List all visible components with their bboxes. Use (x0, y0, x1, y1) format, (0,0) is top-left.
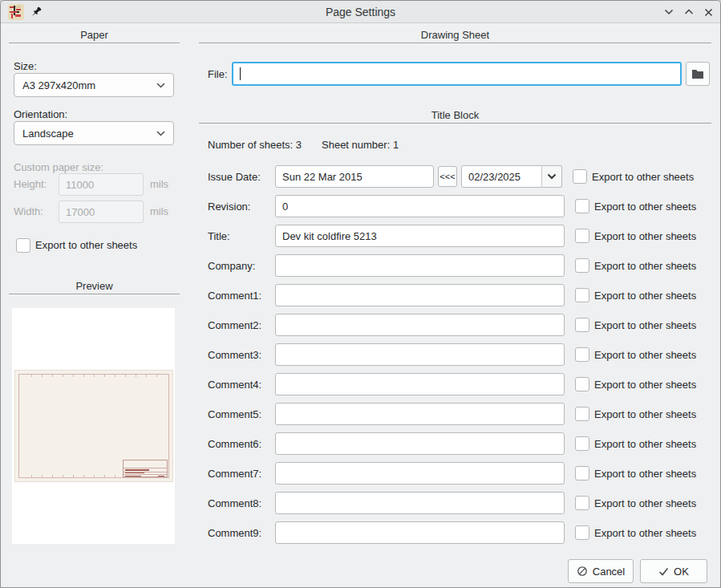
export-checkbox[interactable] (575, 496, 589, 510)
row-label: Comment6: (208, 438, 275, 450)
row-input[interactable] (275, 403, 565, 425)
row-label: Comment4: (208, 379, 275, 391)
paper-export-checkbox[interactable] (16, 238, 30, 253)
export-checkbox[interactable] (575, 199, 589, 213)
export-checkbox[interactable] (575, 229, 589, 243)
row-input[interactable] (275, 225, 565, 247)
row-label: Comment9: (208, 527, 275, 539)
title-block-row: Comment8: Export to other sheets (199, 492, 712, 514)
size-label: Size: (14, 60, 37, 73)
export-label: Export to other sheets (594, 527, 696, 539)
title-block-row: Comment3: Export to other sheets (199, 343, 712, 366)
chevron-down-icon (664, 9, 674, 15)
file-label: File: (208, 68, 228, 81)
row-label: Revision: (208, 201, 275, 213)
cancel-button[interactable]: Cancel (568, 559, 634, 583)
minimize-button[interactable] (662, 6, 676, 18)
preview-sheet-ticks (22, 375, 166, 377)
export-checkbox[interactable] (573, 169, 587, 184)
row-input[interactable] (275, 343, 565, 366)
export-label: Export to other sheets (594, 438, 696, 450)
row-input[interactable] (275, 254, 565, 277)
size-select-value: A3 297x420mm (22, 79, 156, 91)
row-input[interactable] (275, 432, 565, 455)
export-checkbox[interactable] (575, 466, 589, 481)
row-input[interactable] (275, 462, 565, 485)
export-label: Export to other sheets (594, 468, 696, 480)
text-cursor (240, 67, 241, 80)
row-input[interactable] (275, 521, 565, 544)
export-checkbox[interactable] (575, 377, 589, 391)
row-label: Comment2: (208, 319, 275, 331)
export-checkbox[interactable] (575, 318, 589, 332)
date-picker-dropdown-button[interactable] (541, 165, 562, 188)
cancel-icon (577, 566, 588, 577)
browse-button[interactable] (686, 62, 710, 86)
orientation-select-value: Landscape (22, 128, 156, 140)
export-checkbox[interactable] (575, 407, 589, 421)
row-input[interactable] (275, 492, 565, 514)
export-label: Export to other sheets (592, 171, 694, 183)
row-label: Comment3: (208, 349, 275, 361)
title-block-row: Comment6: Export to other sheets (199, 432, 712, 455)
title-block-row: Comment9: Export to other sheets (199, 521, 712, 544)
check-icon (658, 567, 669, 576)
row-input[interactable] (275, 373, 565, 395)
close-button[interactable] (701, 6, 715, 18)
export-checkbox[interactable] (575, 258, 589, 273)
preview-title-block (123, 460, 168, 477)
row-label: Comment1: (208, 290, 275, 302)
title-block-row: Comment7: Export to other sheets (199, 462, 712, 485)
chevron-down-icon (156, 131, 165, 136)
title-block-row: Company: Export to other sheets (199, 254, 712, 277)
export-checkbox[interactable] (575, 288, 589, 302)
row-input[interactable] (275, 195, 565, 217)
export-label: Export to other sheets (594, 260, 696, 272)
date-picker-input[interactable] (461, 165, 544, 188)
title-block-row: Revision: Export to other sheets (199, 195, 712, 217)
export-label: Export to other sheets (594, 201, 696, 213)
width-input[interactable] (59, 201, 144, 223)
export-label: Export to other sheets (594, 349, 696, 361)
file-input[interactable] (232, 62, 682, 86)
row-label: Comment7: (208, 468, 275, 480)
row-input[interactable] (275, 284, 565, 306)
orientation-select[interactable]: Landscape (14, 121, 174, 145)
folder-icon (691, 68, 704, 79)
chevron-down-icon (547, 173, 557, 180)
issue-date-input[interactable] (275, 165, 434, 188)
issue-date-row: Issue Date: <<< Export to other sheets (199, 165, 712, 188)
preview-canvas (12, 308, 175, 544)
custom-paper-size-label: Custom paper size: (14, 161, 103, 174)
preview-section-header: Preview (7, 280, 181, 292)
page-settings-dialog: Page Settings Paper Size: A3 297x420mm O… (0, 0, 721, 588)
maximize-button[interactable] (682, 6, 696, 18)
paper-section-header: Paper (7, 29, 181, 41)
title-block-row: Comment4: Export to other sheets (199, 373, 712, 395)
row-input[interactable] (275, 314, 565, 336)
size-select[interactable]: A3 297x420mm (14, 73, 174, 97)
title-block-row: Comment5: Export to other sheets (199, 403, 712, 425)
row-label: Comment5: (208, 408, 275, 420)
sheet-number-text: Sheet number: 1 (322, 139, 399, 152)
drawing-sheet-divider (199, 43, 711, 44)
close-icon (704, 8, 713, 17)
export-label: Export to other sheets (594, 379, 696, 391)
preview-sheet (14, 370, 173, 482)
export-label: Export to other sheets (594, 290, 696, 302)
width-label: Width: (14, 205, 43, 218)
export-checkbox[interactable] (575, 347, 589, 362)
titlebar[interactable]: Page Settings (1, 1, 720, 23)
paper-export-label: Export to other sheets (35, 239, 137, 252)
ok-button[interactable]: OK (640, 559, 707, 583)
height-label: Height: (14, 178, 47, 191)
row-label: Comment8: (208, 497, 275, 509)
drawing-sheet-header: Drawing Sheet (199, 29, 711, 41)
height-input[interactable] (59, 173, 144, 196)
ok-button-label: OK (674, 566, 689, 578)
export-checkbox[interactable] (575, 436, 589, 451)
export-label: Export to other sheets (594, 319, 696, 331)
preview-section-divider (9, 294, 180, 295)
copy-date-button[interactable]: <<< (438, 166, 457, 187)
export-checkbox[interactable] (575, 525, 589, 540)
